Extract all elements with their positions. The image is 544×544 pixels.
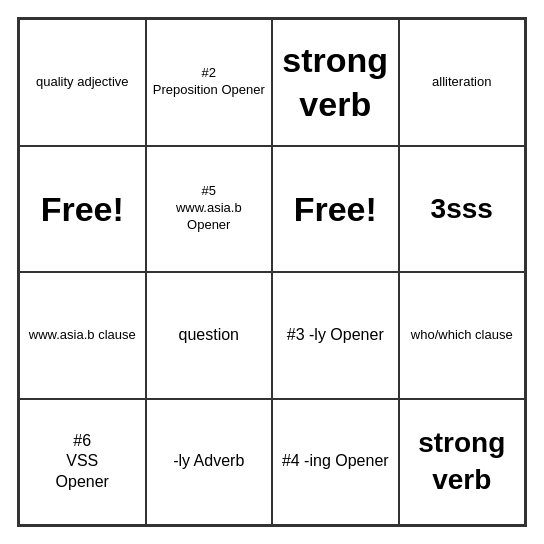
bingo-cell-r1c3: 3sss: [399, 146, 526, 273]
cell-text-r0c3: alliteration: [432, 74, 491, 91]
bingo-cell-r0c2: strong verb: [272, 19, 399, 146]
cell-text-r1c1: #5 www.asia.b Opener: [176, 183, 242, 234]
cell-text-r3c3: strong verb: [406, 425, 519, 498]
cell-text-r3c0: #6 VSS Opener: [56, 431, 109, 493]
bingo-board: quality adjective#2 Preposition Openerst…: [17, 17, 527, 527]
cell-text-r1c0: Free!: [41, 187, 124, 231]
bingo-cell-r0c0: quality adjective: [19, 19, 146, 146]
cell-text-r1c3: 3sss: [431, 191, 493, 227]
bingo-cell-r3c0: #6 VSS Opener: [19, 399, 146, 526]
bingo-cell-r2c2: #3 -ly Opener: [272, 272, 399, 399]
bingo-cell-r0c3: alliteration: [399, 19, 526, 146]
cell-text-r2c3: who/which clause: [411, 327, 513, 344]
bingo-cell-r3c3: strong verb: [399, 399, 526, 526]
bingo-cell-r1c0: Free!: [19, 146, 146, 273]
bingo-cell-r2c3: who/which clause: [399, 272, 526, 399]
cell-text-r2c2: #3 -ly Opener: [287, 325, 384, 346]
cell-text-r3c2: #4 -ing Opener: [282, 451, 389, 472]
cell-text-r0c0: quality adjective: [36, 74, 129, 91]
cell-text-r0c2: strong verb: [279, 38, 392, 126]
cell-text-r2c0: www.asia.b clause: [29, 327, 136, 344]
cell-text-r0c1: #2 Preposition Opener: [153, 65, 265, 99]
bingo-cell-r2c1: question: [146, 272, 273, 399]
cell-text-r2c1: question: [179, 325, 240, 346]
bingo-cell-r3c2: #4 -ing Opener: [272, 399, 399, 526]
cell-text-r1c2: Free!: [294, 187, 377, 231]
bingo-cell-r1c1: #5 www.asia.b Opener: [146, 146, 273, 273]
bingo-cell-r1c2: Free!: [272, 146, 399, 273]
bingo-cell-r2c0: www.asia.b clause: [19, 272, 146, 399]
bingo-cell-r0c1: #2 Preposition Opener: [146, 19, 273, 146]
cell-text-r3c1: -ly Adverb: [173, 451, 244, 472]
bingo-cell-r3c1: -ly Adverb: [146, 399, 273, 526]
